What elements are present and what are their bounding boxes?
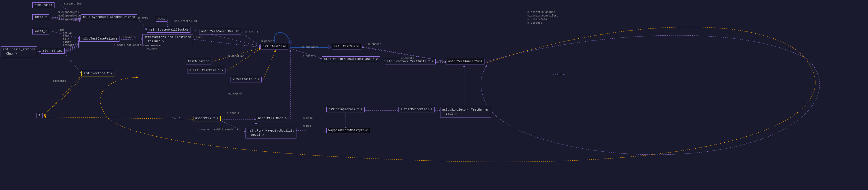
label-m-node: m_node — [303, 117, 313, 120]
label-m-elapsedreal: m_elapsedReal — [58, 11, 79, 14]
node-int32-t: int32_t — [32, 29, 49, 34]
label-node-tmpl: < Node > — [227, 112, 240, 115]
label-m-verbose: m_verbose — [528, 22, 542, 25]
node-bool: bool — [156, 16, 167, 22]
node-ns3-systemwallclockms: ns3::SystemWallClockMs — [147, 27, 190, 33]
node-ns3-ptr-node: ns3::Ptr< Node > — [256, 116, 289, 121]
label-m-duration: m_duration — [228, 55, 244, 58]
label-limit: limit — [63, 41, 71, 44]
svg-line-14 — [190, 39, 260, 47]
svg-line-21 — [264, 50, 275, 79]
label-m-priv: m_priv — [138, 17, 148, 20]
label-elements-1: elements — [123, 36, 136, 39]
label-children: children — [553, 73, 566, 76]
node-ns3-ptr-waypointmobilitymodel: ns3::Ptr< WaypointMobility Model > — [246, 128, 297, 138]
label-message: message — [63, 44, 74, 47]
svg-line-20 — [227, 49, 260, 71]
node-std-basic-string: std::basic_string< Char > — [1, 47, 37, 57]
label-file: file — [63, 38, 69, 41]
label-elements-3: elements — [53, 80, 66, 83]
node-testduration: TestDuration — [186, 59, 211, 64]
label-m-updatedata: m_updateData — [528, 18, 547, 21]
node-ns3-ptr-t: ns3::Ptr< T > — [193, 116, 221, 121]
label-childrenfailed: childrenFailed — [174, 20, 197, 23]
label-tempdir: m_tempDir — [228, 92, 243, 95]
svg-line-18 — [241, 32, 260, 47]
svg-line-28 — [44, 117, 193, 119]
node-ns3-testsuite: ns3::TestSuite — [332, 44, 361, 50]
label-m-ptr: m_ptr — [173, 116, 181, 119]
label-m-runner: m_runner — [368, 43, 381, 46]
label-m-children: m_children — [302, 46, 318, 49]
label-m-elapseduser: m_elapsedUser — [58, 18, 79, 21]
node-ns3-testcase-result: ns3::TestCase::Result — [199, 29, 241, 34]
node-std-vector-testsuite: std::vector< TestSuite * > — [385, 59, 436, 64]
label-m-assertonfailure: m_assertOnFailure — [528, 11, 555, 14]
node-testsuite-ptr: < TestSuite * > — [230, 77, 262, 82]
node-ns3-singleton-testrunnerimpl: ns3::Singleton< TestRunner Impl > — [440, 107, 491, 117]
label-m-parent: m_parent — [261, 40, 274, 43]
label-line: line — [58, 29, 65, 32]
label-m-continueonfailure: m_continueOnFailure — [528, 15, 558, 18]
svg-line-13 — [121, 39, 142, 39]
svg-line-11 — [65, 53, 82, 74]
node-ns3-systemwallclockms-private: ns3::SystemWallClockMsPrivate — [81, 15, 137, 20]
label-waypointmobilitymodel-tmpl: < WaypointMobilityModel > — [197, 128, 238, 131]
node-ns3-testcasefailure: ns3::TestCaseFailure — [79, 36, 120, 42]
label-m-result: m_result — [246, 31, 258, 34]
node-ns3-singleton-t: ns3::Singleton< T > — [327, 107, 365, 112]
node-std-vector-testcasefailure: std::vector< ns3::TestCase Failure > — [142, 34, 193, 45]
node-std-vector-t: std::vector< T > — [82, 71, 114, 76]
node-ns3-testcase: ns3::TestCase — [260, 44, 288, 50]
label-actual: actual — [63, 32, 72, 35]
svg-line-9 — [65, 47, 79, 53]
node-ns3-testrunnerimpl: ns3::TestRunnerImpl — [446, 59, 485, 64]
node-waypointlazynotifytrue: WaypointLazyNotifyTrue — [327, 128, 370, 133]
node-int64-t: int64_t — [32, 15, 49, 20]
node-time-point: time_point — [32, 2, 55, 8]
edges-layer — [0, 0, 868, 190]
svg-line-24 — [382, 60, 385, 60]
node-t: T — [36, 113, 42, 118]
node-testrunnerimpl-ptr: < TestRunnerImpl > — [398, 107, 435, 112]
svg-line-15 — [138, 18, 147, 30]
node-ns3-testcase-ptr: < ns3::TestCase * > — [187, 68, 225, 74]
label-m-mob: m_mob — [303, 125, 311, 128]
node-std-vector-testcase: std::vector< ns3::TestCase * > — [322, 56, 380, 62]
label-elements-2: elements — [302, 55, 315, 58]
label-cond: cond — [63, 35, 69, 38]
label-m-name: m_name — [147, 47, 157, 50]
label-m-elapsedsystem: m_elapsedSystem — [58, 15, 82, 18]
node-std-string: std::string — [41, 48, 65, 54]
label-m-starttime: m_startTime — [64, 2, 82, 5]
class-diagram: time_point int64_t int32_t std::basic_st… — [0, 0, 868, 190]
